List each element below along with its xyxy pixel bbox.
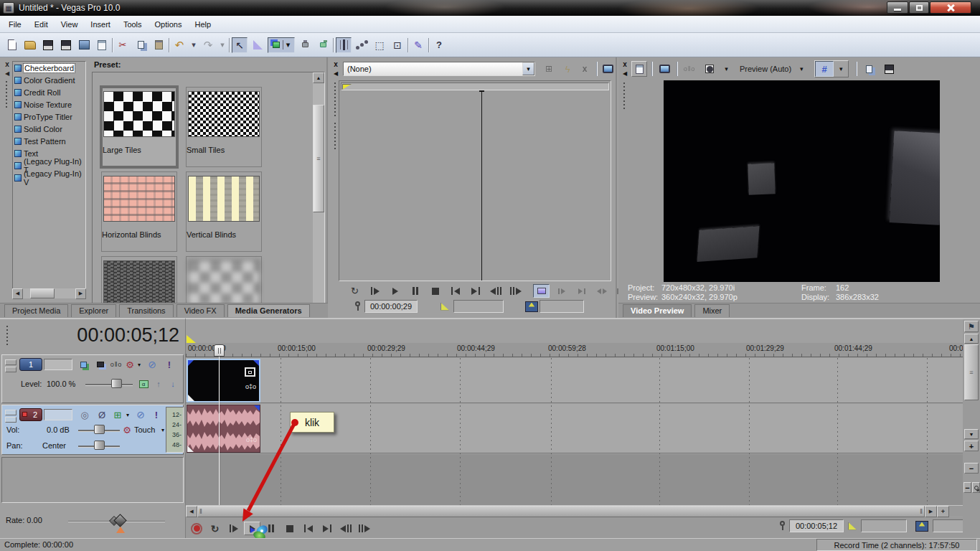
compositing-mode-icon[interactable] (77, 358, 90, 371)
event-fade-handle-icon[interactable] (188, 395, 194, 401)
new-project-button[interactable] (4, 37, 20, 53)
audio-meter[interactable]: 12- 24- 36- 48- (166, 407, 184, 453)
envelope-tool-button[interactable] (250, 37, 265, 53)
keyframe-cursor[interactable] (481, 90, 482, 281)
event-fx-icon[interactable]: o‡o (245, 383, 256, 390)
automation-gear-icon[interactable]: ⚙ (121, 423, 133, 436)
go-to-end-icon[interactable] (467, 284, 484, 298)
bypass-motion-blur-icon[interactable]: α (137, 377, 150, 390)
next-keyframe-icon[interactable] (593, 284, 610, 298)
undo-button[interactable]: ↶ (171, 37, 187, 53)
menu-file[interactable]: File (3, 18, 27, 31)
mute-icon[interactable]: ⊘ (134, 408, 147, 421)
overlays-dropdown-icon[interactable]: ▾ (722, 65, 731, 72)
render-as-button[interactable] (76, 37, 92, 53)
vol-slider-handle[interactable] (94, 425, 105, 434)
phase-invert-icon[interactable]: Ø (95, 408, 108, 421)
scrollbar-thumb[interactable]: ≡ (313, 105, 324, 212)
scroll-up-icon[interactable]: ▲ (313, 72, 324, 83)
list-item[interactable]: (Legacy Plug-In) V (13, 171, 85, 184)
first-keyframe-icon[interactable] (553, 284, 570, 298)
preset-item-horizontal-blinds[interactable]: Horizontal Blinds (101, 171, 177, 252)
properties-button[interactable] (94, 37, 110, 53)
mute-icon[interactable]: ⊘ (146, 358, 159, 371)
overlays-icon[interactable] (702, 61, 717, 77)
record-arm-icon[interactable]: ◎ (78, 408, 91, 421)
play-icon[interactable] (387, 284, 403, 298)
previous-frame-button[interactable] (337, 522, 354, 535)
track-header-audio[interactable]: 2 ◎ Ø ⊞ ▾ ⊘ ! Vol: 0.0 dB ⚙ Touch ▾ Pan:… (1, 405, 184, 455)
pan-slider-handle[interactable] (94, 441, 105, 450)
automation-mode-value[interactable]: Touch (134, 425, 155, 434)
tab-project-media[interactable]: Project Media (4, 304, 68, 317)
track-motion-up-icon[interactable]: ↑ (153, 377, 164, 390)
panel-close-icon[interactable]: x (621, 60, 629, 68)
marker-bar[interactable] (186, 319, 963, 343)
panel-close-icon[interactable]: x (331, 60, 340, 68)
solo-icon[interactable]: ! (164, 358, 174, 371)
cut-button[interactable]: ✂ (115, 37, 131, 53)
scroll-left-icon[interactable]: ◀ (186, 506, 197, 517)
remove-plugin-icon[interactable]: x (578, 62, 592, 76)
stop-icon[interactable] (427, 284, 443, 298)
zoom-edit-tool-icon[interactable] (972, 482, 980, 493)
track-fx-chain-icon[interactable]: ⊞ (111, 408, 124, 421)
zoom-in-time-icon[interactable]: + (937, 506, 949, 517)
keyframe-top-bar[interactable] (341, 83, 609, 90)
selection-tool-dropdown-icon[interactable]: ▾ (283, 40, 293, 50)
paste-button[interactable] (151, 37, 166, 53)
h-scrollbar-thumb[interactable]: ‖‖ (197, 506, 925, 517)
restore-button[interactable] (909, 1, 929, 14)
title-bar[interactable]: ▦ Untitled * - Vegas Pro 10.0 (0, 0, 980, 16)
cursor-time-field[interactable]: 00:00:05;12 (789, 519, 844, 532)
stop-button[interactable] (281, 522, 298, 535)
automation-settings-icon[interactable]: ⚙ (124, 358, 136, 371)
menu-help[interactable]: Help (189, 18, 217, 31)
record-button[interactable] (189, 522, 204, 536)
project-properties-icon[interactable] (631, 61, 647, 77)
panel-collapse-icon[interactable]: ◀ (3, 69, 11, 77)
pause-icon[interactable] (407, 284, 423, 298)
scroll-up-icon[interactable]: ▲ (964, 334, 979, 344)
track-motion-down-icon[interactable]: ↓ (167, 377, 179, 390)
track-restore-button[interactable] (5, 367, 17, 372)
minimize-button[interactable] (887, 1, 908, 14)
zoom-out-time-icon[interactable]: − (963, 482, 971, 493)
tab-video-fx[interactable]: Video FX (176, 304, 225, 317)
panel-close-icon[interactable]: x (3, 60, 11, 68)
tab-mixer[interactable]: Mixer (694, 304, 730, 317)
external-monitor-icon[interactable] (656, 61, 672, 77)
zoom-in-track-height-icon[interactable]: + (964, 441, 979, 451)
normal-selection-button[interactable]: ⬚ (372, 37, 387, 53)
panel-grip[interactable] (623, 82, 626, 110)
pan-crop-icon[interactable] (245, 367, 255, 377)
list-item[interactable]: Credit Roll (13, 86, 85, 98)
cursor-time-field[interactable]: 00:00:00;29 (364, 300, 418, 313)
track-fx-icon[interactable]: o‖o (110, 358, 123, 371)
list-item[interactable]: Color Gradient (13, 74, 85, 86)
preset-item-vertical-blinds[interactable]: Vertical Blinds (186, 171, 262, 252)
normal-edit-tool-button[interactable]: ↖ (232, 37, 248, 53)
level-slider-track[interactable] (85, 384, 133, 385)
go-to-end-button[interactable] (319, 522, 335, 535)
generator-list-scrollbar[interactable]: ◀ ▶ (12, 288, 86, 298)
keyframe-marker-icon[interactable] (342, 84, 352, 90)
track-name-field[interactable] (44, 359, 72, 370)
save-as-button[interactable] (58, 37, 74, 53)
combobox-dropdown-icon[interactable]: ▾ (522, 62, 534, 75)
split-screen-icon[interactable]: o‖o (682, 61, 697, 77)
close-button[interactable] (930, 1, 971, 14)
menu-tools[interactable]: Tools (118, 18, 148, 31)
loop-time-field[interactable] (453, 300, 504, 313)
envelope-points-button[interactable] (354, 37, 369, 53)
video-event[interactable]: o‡o (187, 359, 260, 402)
overview-field[interactable] (540, 300, 584, 313)
whats-this-help-button[interactable]: ? (431, 37, 447, 53)
redo-button[interactable]: ↷ (200, 37, 216, 53)
video-output-monitor-icon[interactable] (600, 62, 615, 76)
panel-grip[interactable] (334, 82, 337, 118)
rate-shuttle-handle[interactable] (109, 515, 131, 527)
insert-marker-button[interactable]: ⚑ (964, 321, 979, 332)
overview-field[interactable] (933, 519, 963, 532)
video-track-row[interactable] (186, 358, 963, 403)
